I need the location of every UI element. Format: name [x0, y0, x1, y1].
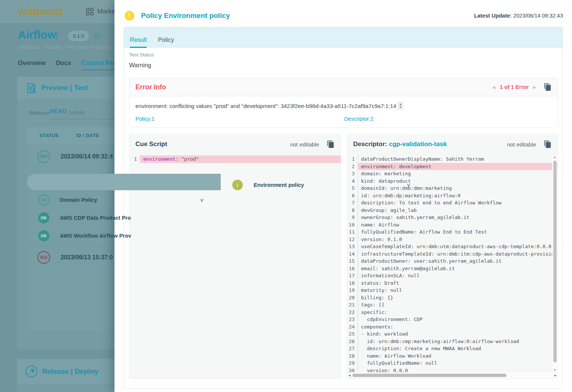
release-label: Release: [29, 109, 51, 116]
descriptor-code-line: 27 description: Create a new MWAA Worklo… [347, 345, 558, 352]
page-title: Airflow [18, 28, 56, 41]
descriptor-code-line: 25- kind: workload [347, 330, 558, 338]
copy-icon[interactable] [544, 140, 552, 148]
step-down-icon[interactable]: ▼ [399, 106, 402, 109]
latest-update-value: 2023/06/14 09:32:43 [513, 13, 563, 19]
latest-update-label: Latest Update: [474, 13, 512, 19]
col-id-date: ID / DATE [76, 133, 99, 138]
cue-code-editor[interactable]: 1 environment: "prod" [129, 155, 341, 163]
descriptor-code-line: 16email: sahith.yerram@agilelab.it [347, 265, 558, 272]
scroll-left-icon[interactable]: ◀ [348, 374, 351, 377]
witboost-logo: witboost [18, 5, 62, 18]
horizontal-scrollbar[interactable]: ◀ ▶ [348, 373, 558, 378]
descriptor-code-line: 7description: To test end to end Airflow… [347, 199, 558, 207]
table-row: OK* 2023/06/14 09:32:4 [37, 150, 113, 163]
policy-row-domain: OK Domain Policy v [38, 194, 100, 206]
descriptor-code-line: 26 id: urn:dmb:cmp:marketing:airflow:0:a… [347, 338, 558, 345]
ok-outline-badge: OK [38, 194, 49, 206]
descriptor-link[interactable]: Descriptor:2 [344, 116, 373, 122]
preview-test-title: Preview | Test [41, 84, 88, 92]
modal-tabbar: Result Policy [124, 27, 563, 48]
descriptor-code-line: 1dataProductOwnerDisplayName: Sahith Yer… [347, 155, 558, 163]
policy-link[interactable]: Policy:1 [135, 116, 155, 122]
descriptor-code-line: 8devGroup: agile_lab [347, 207, 558, 214]
cue-code-line: environment: "prod" [140, 155, 341, 163]
vertical-scrollbar[interactable]: ▲ ▼ [552, 155, 557, 373]
status-badge-ok: OK* [37, 150, 50, 163]
descriptor-code-line: 20billing: {} [347, 294, 558, 302]
ok-filled-badge: OK [38, 230, 49, 241]
error-info-title: Error Info [135, 83, 166, 91]
policy-name: Environment policy [254, 182, 304, 188]
descriptor-code-line: 23 cdpEnvironment: CDP [347, 316, 558, 323]
policy-name: Domain Policy [60, 197, 97, 203]
descriptor-code-line: 2environment: development [347, 163, 558, 170]
tab-overview: Overview [18, 59, 45, 70]
run-date: 2023/06/13 15:37:0 [61, 254, 113, 261]
descriptor-code-line: 29 fullyQualifiedName: null [347, 359, 558, 367]
scrollbar-thumb[interactable] [553, 161, 557, 362]
error-pager: 1 of 1 Error [500, 84, 529, 90]
step-up-icon[interactable]: ▲ [399, 103, 402, 106]
error-message: environment: conflicting values "prod" a… [135, 103, 396, 109]
descriptor-code-line: 15dataProductOwner: user:sahith.yerram_a… [347, 257, 558, 265]
error-stepper[interactable]: ▲ ▼ [398, 102, 403, 110]
app-root: witboost Marketplace Airflow ⋮ 0.1.0 ☆ w… [0, 0, 572, 392]
col-status: STATUS [39, 133, 59, 138]
descriptor-code-line: 28 name: Airflow Workload [347, 352, 558, 360]
descriptor-code-line: 14infrastructureTemplateId: urn:dmb:itm:… [347, 250, 558, 258]
policy-row-cut-text: v [201, 197, 203, 203]
table-row: KO 2023/06/13 15:37:0 [37, 251, 113, 264]
descriptor-code-line: 5domainId: urn:dmb:dmn:marketing [347, 185, 558, 192]
tab-result[interactable]: Result [130, 37, 147, 48]
descriptor-code-line: 9ownerGroup: sahith.yerram_agilelab.it [347, 214, 558, 221]
descriptor-code-line: 3domain: marketing [347, 170, 558, 178]
policy-result-modal: ! Policy Environment policy Latest Updat… [114, 0, 572, 392]
cue-script-title: Cue Script [135, 141, 167, 148]
descriptor-title: Descriptor: cgp-validation-task [353, 141, 447, 148]
row-highlight [27, 174, 221, 190]
release-deploy-title: Release | Deploy [42, 367, 98, 376]
descriptor-code-line: 21tags: [] [347, 301, 558, 309]
not-editable-label: not editable [290, 141, 319, 148]
tab-policy[interactable]: Policy [158, 37, 174, 48]
copy-icon[interactable] [327, 140, 335, 148]
release-note: (actual) [69, 109, 85, 115]
cue-script-panel: Cue Script not editable 1 environment: "… [129, 134, 341, 379]
scroll-up-icon[interactable]: ▲ [552, 155, 557, 159]
descriptor-code-line: 4kind: dataproduct [347, 178, 558, 185]
test-status-label: Test Status [129, 52, 154, 58]
policy-name: AWS Workflow Airflow Prov [60, 233, 131, 239]
warning-badge: ! [232, 180, 243, 190]
test-status-value: Warning [129, 62, 151, 69]
descriptor-name: cgp-validation-task [389, 141, 447, 148]
line-number: 1 [129, 156, 140, 162]
descriptor-code-line: 17informationSLA: null [347, 272, 558, 280]
marketplace-grid-icon [86, 8, 94, 15]
result-card: Result Policy Test Status Warning Error … [123, 27, 563, 389]
run-date: 2023/06/14 09:32:4 [61, 153, 113, 160]
scroll-down-icon[interactable]: ▼ [552, 368, 557, 372]
not-editable-label: not editable [507, 141, 536, 148]
descriptor-code-line: 10name: Airflow [347, 221, 558, 229]
scroll-right-icon[interactable]: ▶ [554, 374, 557, 377]
descriptor-code-line: 11fullyQualifiedName: Airflow End to End… [347, 228, 558, 236]
descriptor-code-line: 13useCaseTemplateId: urn:dmb:utm:datapro… [347, 243, 558, 250]
page-tabs: Overview Docs Control Panel [18, 59, 122, 70]
tab-docs: Docs [56, 59, 71, 70]
descriptor-code-line: 12version: 0.1.0 [347, 236, 558, 243]
next-error-icon[interactable]: ▶ [533, 85, 536, 89]
prev-error-icon[interactable]: ◀ [492, 85, 495, 89]
breadcrumb: witboost / Builder / My Data Product [18, 44, 110, 50]
descriptor-code-editor[interactable]: 1dataProductOwnerDisplayName: Sahith Yer… [347, 155, 558, 373]
copy-icon[interactable] [544, 83, 552, 91]
kebab-menu-icon: ⋮ [53, 31, 61, 40]
policy-name: AWS CDP Data Product Pro [60, 215, 131, 221]
policy-row-cut-text: v [407, 182, 410, 188]
error-info-card: Error Info ◀ 1 of 1 Error ▶ environment:… [129, 78, 558, 128]
scrollbar-thumb[interactable] [352, 374, 507, 377]
descriptor-code-line: 24components: [347, 323, 558, 331]
modal-title: Policy Environment policy [141, 12, 230, 20]
latest-update: Latest Update: 2023/06/14 09:32:43 [474, 13, 563, 19]
descriptor-code-line: 18status: Draft [347, 280, 558, 287]
